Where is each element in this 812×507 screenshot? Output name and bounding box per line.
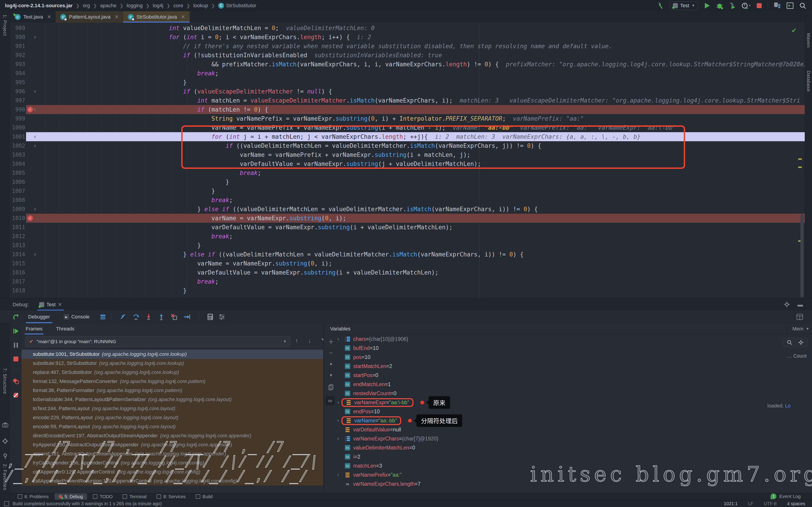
frame-row[interactable]: replace:467, StrSubstitutor(org.apache.l… xyxy=(21,368,323,377)
frame-row[interactable]: toSerializable:344, PatternLayout$Patter… xyxy=(21,395,323,404)
breadcrumb-item[interactable]: apache xyxy=(100,3,116,9)
camera-icon[interactable] xyxy=(2,422,8,427)
variable-row[interactable]: 01startPos = 0 xyxy=(324,371,812,380)
indent-size[interactable]: 4 spaces xyxy=(787,501,805,506)
breadcrumb-item[interactable]: log4j xyxy=(153,3,163,9)
run-config-selector[interactable]: Test ▼ xyxy=(670,1,698,10)
sidebar-item-database[interactable]: Database xyxy=(806,71,811,92)
breadcrumb-item[interactable]: log4j-core-2.14.1-sources.jar xyxy=(5,3,72,9)
stop-icon[interactable] xyxy=(13,356,18,362)
sidebar-item-project[interactable]: 1: Project xyxy=(2,14,7,36)
tool-button-5-debug[interactable]: 5: Debug xyxy=(55,493,87,500)
breadcrumb-item[interactable]: logging xyxy=(126,3,143,9)
tab-Test.java[interactable]: CTest.java✕ xyxy=(10,11,56,23)
variable-row[interactable]: 01bufEnd = 10 xyxy=(324,344,812,353)
breadcrumb-item[interactable]: core xyxy=(173,3,183,9)
frame-row[interactable]: substitute:1001, StrSubstitutor(org.apac… xyxy=(21,350,323,359)
back-arrow-icon[interactable] xyxy=(657,2,664,9)
expander-icon[interactable]: › xyxy=(337,336,345,342)
close-icon[interactable]: ✕ xyxy=(47,14,51,20)
frame-row[interactable]: append:181, AbstractOutputStreamAppender… xyxy=(21,449,323,458)
frame-row[interactable]: callAppender0:129, AppenderControl(org.a… xyxy=(21,467,323,476)
pin-icon[interactable] xyxy=(2,453,8,459)
debug-button[interactable] xyxy=(716,2,723,9)
restore-layout-icon[interactable] xyxy=(797,314,803,320)
variable-row[interactable]: 01i = 2 xyxy=(324,452,812,461)
variable-row[interactable]: 01matchLen = 3 xyxy=(324,461,812,470)
resume-icon[interactable] xyxy=(13,328,19,334)
frame-row[interactable]: encode:59, PatternLayout(org.apache.logg… xyxy=(21,422,323,431)
close-icon[interactable]: ✕ xyxy=(58,302,62,307)
frame-row[interactable]: format:132, MessagePatternConverter(org.… xyxy=(21,377,323,386)
variable-row[interactable]: 01endPos = 10 xyxy=(324,407,812,416)
variable-row[interactable]: 01valueDelimiterMatchLen = 0 xyxy=(324,443,812,452)
frame-row[interactable]: callAppenderPreventRecursion:120, Append… xyxy=(21,476,323,486)
frame-row[interactable]: tryAppend:190, AbstractOutputStreamAppen… xyxy=(21,440,323,449)
frame-down-icon[interactable]: ↓ xyxy=(308,337,311,344)
variable-row[interactable]: ›123chars = {char[10]@1906} xyxy=(324,335,812,344)
view-breakpoints-icon[interactable] xyxy=(13,378,19,384)
variable-row[interactable]: 01endMatchLen = 1 xyxy=(324,380,812,389)
tab-frames[interactable]: Frames xyxy=(26,323,43,335)
close-icon[interactable]: ✕ xyxy=(181,14,185,20)
editor-scrollbar[interactable] xyxy=(801,214,804,297)
variable-row[interactable]: 01pos = 10 xyxy=(324,353,812,362)
expander-icon[interactable]: › xyxy=(337,436,345,442)
step-over-icon[interactable] xyxy=(133,314,139,320)
tool-button-build[interactable]: Build xyxy=(192,493,217,500)
variable-row[interactable]: varDefaultValue = null xyxy=(324,425,812,434)
tab-PatternLayout.java[interactable]: CPatternLayout.java✕ xyxy=(56,11,123,23)
tool-button-6-problems[interactable]: 6: Problems xyxy=(14,493,53,500)
tool-button-terminal[interactable]: Terminal xyxy=(118,493,151,500)
frame-row[interactable]: format:38, PatternFormatter(org.apache.l… xyxy=(21,386,323,395)
pause-icon[interactable] xyxy=(13,342,18,348)
frame-row[interactable]: toText:244, PatternLayout(org.apache.log… xyxy=(21,404,323,413)
hide-panel-icon[interactable]: ▬ xyxy=(798,301,803,308)
event-log[interactable]: 1 Event Log xyxy=(770,494,801,499)
show-execution-point-icon[interactable] xyxy=(120,314,126,320)
tool-button-8-services[interactable]: 8: Services xyxy=(152,493,190,500)
settings-gear-icon[interactable] xyxy=(784,301,790,308)
coverage-button[interactable] xyxy=(729,2,735,9)
variable-row[interactable]: ∞varNameExprChars.length = 7 xyxy=(324,480,812,489)
close-icon[interactable]: ✕ xyxy=(115,14,119,20)
sidebar-item-structure[interactable]: 7: Structure xyxy=(2,368,7,394)
variable-row[interactable]: 01startMatchLen = 2 xyxy=(324,362,812,371)
breadcrumb-item[interactable]: StrSubstitutor xyxy=(226,3,256,9)
sidebar-item-favorites[interactable]: 2: Favorites xyxy=(2,464,7,490)
variable-row[interactable]: ›varNameExpr = "aa:\-bb"原来 xyxy=(324,398,812,407)
sidebar-item-maven[interactable]: Maven xyxy=(806,33,811,48)
gear-icon[interactable] xyxy=(2,438,8,444)
run-to-cursor-icon[interactable] xyxy=(184,314,190,320)
caret-position[interactable]: 1021:1 xyxy=(724,501,738,506)
tab-threads[interactable]: Threads xyxy=(56,323,74,335)
breadcrumb-item[interactable]: lookup xyxy=(193,3,208,9)
drop-frame-icon[interactable] xyxy=(171,314,177,320)
tool-button-todo[interactable]: TODO xyxy=(89,493,117,500)
expander-icon[interactable]: › xyxy=(337,472,345,478)
layout-options-icon[interactable] xyxy=(100,314,106,320)
step-out-icon[interactable] xyxy=(158,314,164,320)
filter-icon[interactable] xyxy=(321,337,323,344)
stop-button[interactable] xyxy=(757,3,762,8)
variable-row[interactable]: ›varName = "aa:-bb"分隔符处理后 xyxy=(324,416,812,425)
tab-console[interactable]: ▶ Console xyxy=(61,311,92,323)
inspections-ok-icon[interactable]: ✔ xyxy=(792,27,797,34)
step-into-icon[interactable] xyxy=(145,314,152,320)
evaluate-expression-icon[interactable] xyxy=(207,314,213,320)
frame-row[interactable]: encode:229, PatternLayout(org.apache.log… xyxy=(21,413,323,422)
variable-row[interactable]: ›123varNameExprChars = {char[7]@1920} xyxy=(324,434,812,443)
debug-session-tab[interactable]: Test ✕ xyxy=(37,298,64,311)
profiler-button[interactable] xyxy=(742,2,751,9)
line-separator[interactable]: LF xyxy=(748,501,753,506)
frame-row[interactable]: tryCallAppender:156, AppenderControl(org… xyxy=(21,458,323,467)
tool-windows-icon[interactable] xyxy=(774,2,781,9)
frame-up-icon[interactable]: ↑ xyxy=(295,337,298,344)
breadcrumb-item[interactable]: org xyxy=(83,3,90,9)
terminal-window-icon[interactable] xyxy=(786,2,794,9)
code-editor[interactable]: 989 int valueDelimiterMatchLen = 0; valu… xyxy=(10,23,805,298)
run-button[interactable] xyxy=(704,2,710,9)
memory-tab[interactable]: Mem ▼ xyxy=(788,323,809,335)
mute-breakpoints-icon[interactable] xyxy=(13,392,19,398)
frame-row[interactable]: directEncodeEvent:197, AbstractOutputStr… xyxy=(21,431,323,440)
